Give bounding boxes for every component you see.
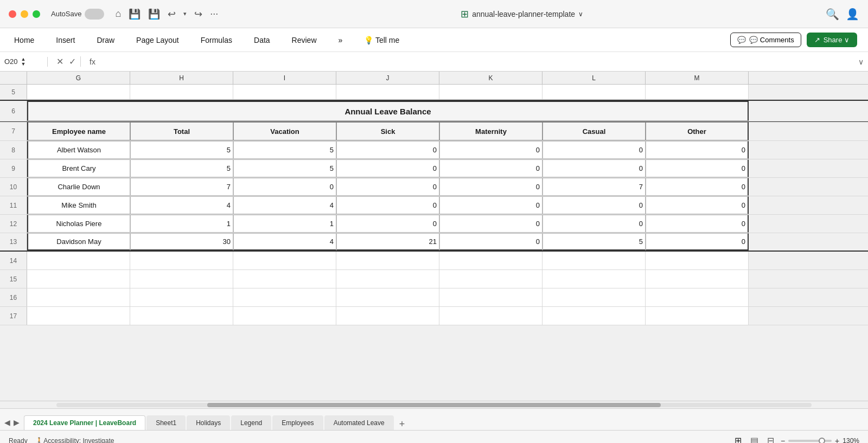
cell-h5[interactable] — [130, 85, 233, 99]
col-header-j[interactable]: J — [336, 72, 439, 84]
cell-h17[interactable] — [130, 307, 233, 325]
formula-expand-icon[interactable]: ∨ — [858, 57, 864, 66]
menu-draw[interactable]: Draw — [93, 34, 118, 47]
cell-k14[interactable] — [439, 252, 542, 269]
cell-name-10[interactable]: Charlie Down — [27, 178, 130, 196]
col-header-m[interactable]: M — [646, 72, 749, 84]
maximize-button[interactable] — [33, 10, 40, 18]
minimize-button[interactable] — [21, 10, 28, 18]
page-break-view-button[interactable]: ⊟ — [765, 434, 776, 443]
cell-g15[interactable] — [27, 270, 130, 288]
cell-g14[interactable] — [27, 252, 130, 269]
cell-l17[interactable] — [542, 307, 646, 325]
cell-maternity-9[interactable]: 0 — [439, 159, 542, 177]
title-dropdown-icon[interactable]: ∨ — [578, 10, 583, 18]
cell-m14[interactable] — [646, 252, 749, 269]
header-total[interactable]: Total — [130, 122, 233, 140]
more-icon[interactable]: ··· — [210, 8, 218, 20]
cell-casual-9[interactable]: 0 — [542, 159, 646, 177]
cell-vacation-10[interactable]: 0 — [233, 178, 336, 196]
cell-casual-12[interactable]: 0 — [542, 215, 646, 233]
cell-sick-8[interactable]: 0 — [336, 141, 439, 159]
cell-l14[interactable] — [542, 252, 646, 269]
cell-j17[interactable] — [336, 307, 439, 325]
tab-leave-planner[interactable]: 2024 Leave Planner | LeaveBoard — [24, 415, 145, 430]
cell-reference-box[interactable]: O20 ▲ ▼ — [4, 57, 48, 67]
cell-g16[interactable] — [27, 288, 130, 306]
cell-l5[interactable] — [542, 85, 646, 99]
cell-m17[interactable] — [646, 307, 749, 325]
cell-vacation-9[interactable]: 5 — [233, 159, 336, 177]
cell-m5[interactable] — [646, 85, 749, 99]
cell-g17[interactable] — [27, 307, 130, 325]
cell-casual-8[interactable]: 0 — [542, 141, 646, 159]
page-layout-view-button[interactable]: ▤ — [748, 434, 761, 443]
col-header-l[interactable]: L — [542, 72, 646, 84]
account-icon[interactable]: 👤 — [846, 8, 859, 21]
cell-h15[interactable] — [130, 270, 233, 288]
tab-prev-button[interactable]: ◀ — [4, 418, 10, 427]
menu-formulas[interactable]: Formulas — [197, 34, 235, 47]
autosave-toggle[interactable]: AutoSave — [51, 9, 104, 20]
cell-maternity-12[interactable]: 0 — [439, 215, 542, 233]
cell-casual-11[interactable]: 0 — [542, 196, 646, 214]
cell-m16[interactable] — [646, 288, 749, 306]
col-header-g[interactable]: G — [27, 72, 130, 84]
close-button[interactable] — [9, 10, 16, 18]
cell-other-10[interactable]: 0 — [646, 178, 749, 196]
accessibility-status[interactable]: 🧑‍🦯 Accessibility: Investigate — [34, 437, 114, 444]
menu-page-layout[interactable]: Page Layout — [133, 34, 182, 47]
menu-more[interactable]: » — [335, 34, 346, 47]
cell-h16[interactable] — [130, 288, 233, 306]
cell-j15[interactable] — [336, 270, 439, 288]
zoom-in-button[interactable]: + — [835, 436, 839, 444]
cell-vacation-8[interactable]: 5 — [233, 141, 336, 159]
cell-other-9[interactable]: 0 — [646, 159, 749, 177]
tab-employees[interactable]: Employees — [272, 415, 323, 430]
cell-other-11[interactable]: 0 — [646, 196, 749, 214]
zoom-thumb[interactable] — [819, 438, 825, 444]
cell-name-9[interactable]: Brent Cary — [27, 159, 130, 177]
cell-other-12[interactable]: 0 — [646, 215, 749, 233]
cell-i15[interactable] — [233, 270, 336, 288]
horizontal-scrollbar[interactable] — [0, 401, 868, 408]
scrollbar-thumb[interactable] — [207, 403, 660, 407]
autosave-switch[interactable] — [85, 9, 104, 20]
cell-l16[interactable] — [542, 288, 646, 306]
tab-next-button[interactable]: ▶ — [14, 418, 20, 427]
cell-maternity-11[interactable]: 0 — [439, 196, 542, 214]
cell-i17[interactable] — [233, 307, 336, 325]
header-employee-name[interactable]: Employee name — [27, 122, 130, 140]
cell-m15[interactable] — [646, 270, 749, 288]
save-copy-icon[interactable]: 💾 — [148, 8, 160, 20]
cell-vacation-12[interactable]: 1 — [233, 215, 336, 233]
menu-review[interactable]: Review — [289, 34, 320, 47]
header-maternity[interactable]: Maternity — [439, 122, 542, 140]
header-sick[interactable]: Sick — [336, 122, 439, 140]
scrollbar-track[interactable] — [56, 403, 812, 407]
cell-casual-13[interactable]: 5 — [542, 233, 646, 251]
cell-j5[interactable] — [336, 85, 439, 99]
cell-k17[interactable] — [439, 307, 542, 325]
cell-i14[interactable] — [233, 252, 336, 269]
menu-home[interactable]: Home — [11, 34, 37, 47]
tab-automated-leave[interactable]: Automated Leave — [324, 415, 394, 430]
tab-holidays[interactable]: Holidays — [187, 415, 230, 430]
share-button[interactable]: ↗ Share ∨ — [807, 33, 857, 47]
cell-l15[interactable] — [542, 270, 646, 288]
cell-name-12[interactable]: Nicholas Piere — [27, 215, 130, 233]
redo-icon[interactable]: ↪ — [194, 8, 202, 20]
cancel-formula-icon[interactable]: ✕ — [56, 56, 63, 67]
cell-k5[interactable] — [439, 85, 542, 99]
cell-sick-12[interactable]: 0 — [336, 215, 439, 233]
confirm-formula-icon[interactable]: ✓ — [69, 56, 76, 67]
tab-add-button[interactable]: + — [395, 419, 410, 430]
comments-button[interactable]: 💬 💬 Comments — [730, 33, 801, 47]
menu-data[interactable]: Data — [251, 34, 273, 47]
cell-j14[interactable] — [336, 252, 439, 269]
menu-insert[interactable]: Insert — [53, 34, 78, 47]
cell-j16[interactable] — [336, 288, 439, 306]
header-other[interactable]: Other — [646, 122, 749, 140]
table-title-cell[interactable]: Annual Leave Balance — [27, 101, 749, 121]
cell-sick-11[interactable]: 0 — [336, 196, 439, 214]
